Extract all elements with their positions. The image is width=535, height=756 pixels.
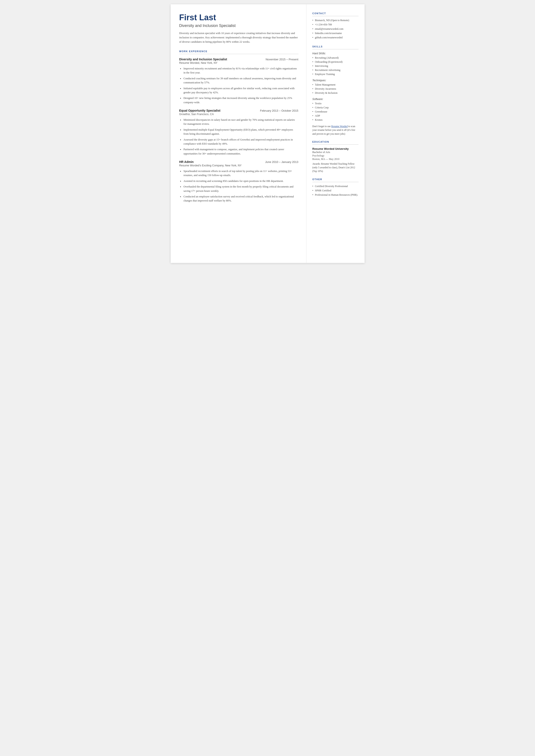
list-item: Overhauled the departmental filing syste… xyxy=(179,185,298,193)
job-title-heading: Diversity and Inclusion Specialist xyxy=(179,23,298,28)
list-item: Onboarding (Experienced) xyxy=(312,60,358,64)
list-item: Spearheaded recruitment efforts in searc… xyxy=(179,169,298,178)
job-1-dates: November 2015 – Present xyxy=(266,58,298,61)
education-divider xyxy=(312,144,358,145)
list-item: ADP xyxy=(312,114,358,118)
software-label: Software: xyxy=(312,98,358,101)
list-item: Designed 10+ new hiring strategies that … xyxy=(179,96,298,104)
education-section-title: EDUCATION xyxy=(312,141,358,143)
list-item: Improved minority recruitment and retent… xyxy=(179,67,298,75)
hard-skills-list: Recruiting (Advanced) Onboarding (Experi… xyxy=(312,56,358,76)
job-3-dates: June 2010 – January 2013 xyxy=(265,160,298,164)
list-item: Recruitment Advertising xyxy=(312,69,358,72)
techniques-list: Talent Management Diversity Awareness Di… xyxy=(312,83,358,95)
job-3-company: Resume Worded's Exciting Company, New Yo… xyxy=(179,164,298,167)
contact-phone: +1-234-456-789 xyxy=(312,23,358,26)
edu-degree: Bachelor of Arts xyxy=(312,151,358,154)
edu-school: Resume Worded University xyxy=(312,147,358,151)
contact-list: Bismarck, ND (Open to Remote) +1-234-456… xyxy=(312,19,358,39)
list-item: Recruiting (Advanced) xyxy=(312,56,358,60)
work-experience-section-title: WORK EXPERIENCE xyxy=(179,50,298,53)
edu-location-date: Boston, MA — May 2010 xyxy=(312,157,358,161)
list-item: Conducted an employee satisfaction surve… xyxy=(179,195,298,203)
list-item: Partnered with management to compose, or… xyxy=(179,147,298,156)
list-item: Employee Training xyxy=(312,72,358,76)
list-item: SPHR Certified xyxy=(312,189,358,192)
job-2-header: Equal Opportunity Specialist February 20… xyxy=(179,109,298,112)
skills-divider xyxy=(312,49,358,49)
software-list: Textio Criteria Corp Greenhouse ADP Kron… xyxy=(312,102,358,122)
resume-page: First Last Diversity and Inclusion Speci… xyxy=(171,4,365,263)
right-column: CONTACT Bismarck, ND (Open to Remote) +1… xyxy=(306,4,365,263)
list-item: Conducted coaching seminars for 39 staff… xyxy=(179,76,298,85)
list-item: Initiated equitable pay to employees acr… xyxy=(179,86,298,95)
techniques-label: Techniques: xyxy=(312,79,358,82)
list-item: Certified Diversity Professional xyxy=(312,185,358,188)
contact-email: email@resumeworded.com xyxy=(312,27,358,31)
note-pre-text: Don't forget to use xyxy=(312,125,331,127)
job-1-header: Diversity and Inclusion Specialist Novem… xyxy=(179,58,298,61)
resume-worded-note: Don't forget to use Resume Worded to sca… xyxy=(312,125,358,136)
list-item: Minimized discrepancies in salary based … xyxy=(179,118,298,126)
contact-linkedin: linkedin.com/in/username xyxy=(312,32,358,35)
list-item: Assisted in recruiting and screening 850… xyxy=(179,179,298,183)
list-item: Interviewing xyxy=(312,65,358,68)
job-2-bullets: Minimized discrepancies in salary based … xyxy=(179,118,298,156)
edu-field: Psychology xyxy=(312,154,358,157)
full-name: First Last xyxy=(179,13,298,22)
hard-skills-label: Hard SKills: xyxy=(312,52,358,55)
resume-worded-link[interactable]: Resume Worded xyxy=(331,125,348,127)
job-1-company: Resume Worded, New York, NY xyxy=(179,61,298,65)
summary-text: Diversity and inclusion specialist with … xyxy=(179,31,298,44)
contact-github: github.com/resumeworded xyxy=(312,36,358,39)
contact-location: Bismarck, ND (Open to Remote) xyxy=(312,19,358,22)
job-3-header: HR Admin June 2010 – January 2013 xyxy=(179,160,298,164)
job-1-title: Diversity and Inclusion Specialist xyxy=(179,58,227,61)
left-column: First Last Diversity and Inclusion Speci… xyxy=(171,4,306,263)
list-item: Greenhouse xyxy=(312,110,358,113)
job-3-title: HR Admin xyxy=(179,160,194,164)
list-item: Diversity & Inclusion xyxy=(312,91,358,95)
other-divider xyxy=(312,182,358,182)
list-item: Implemented multiple Equal Employment Op… xyxy=(179,128,298,136)
job-2-dates: February 2013 – October 2015 xyxy=(260,109,298,112)
job-1-bullets: Improved minority recruitment and retent… xyxy=(179,67,298,104)
list-item: Diversity Awareness xyxy=(312,87,358,91)
list-item: Assessed the diversity gaps at 15+ branc… xyxy=(179,138,298,146)
list-item: Criteria Corp xyxy=(312,106,358,109)
list-item: Talent Management xyxy=(312,83,358,86)
other-list: Certified Diversity Professional SPHR Ce… xyxy=(312,185,358,197)
list-item: Textio xyxy=(312,102,358,105)
contact-section-title: CONTACT xyxy=(312,12,358,14)
job-3-bullets: Spearheaded recruitment efforts in searc… xyxy=(179,169,298,203)
edu-awards: Awards: Resume Worded Teaching Fellow (o… xyxy=(312,162,358,173)
contact-divider xyxy=(312,16,358,16)
job-2-company: Growthsi, San Francisco, CA xyxy=(179,113,298,116)
list-item: Professional in Human Resources (PHR). xyxy=(312,193,358,197)
list-item: Kronos xyxy=(312,118,358,122)
other-section-title: OTHER xyxy=(312,178,358,181)
job-2-title: Equal Opportunity Specialist xyxy=(179,109,220,112)
skills-section-title: SKILLS xyxy=(312,45,358,48)
